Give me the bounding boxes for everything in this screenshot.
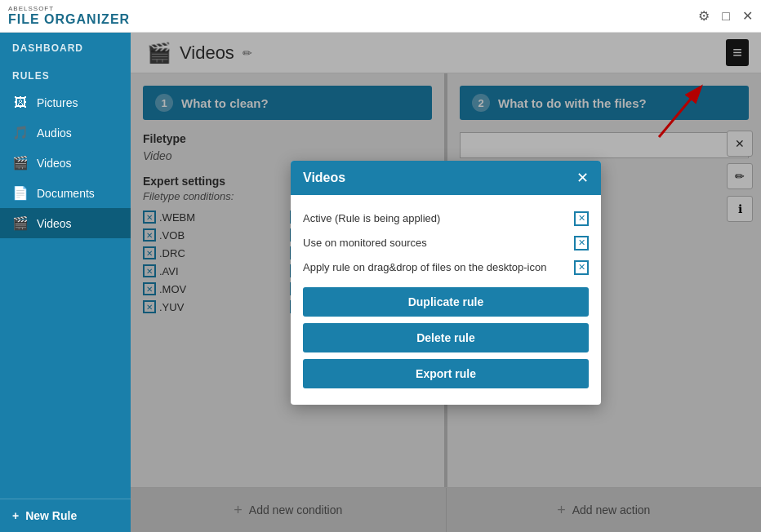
app-logo: ABELSSOFT FILE ORGANIZER — [8, 5, 130, 27]
sidebar-section-rules: RULES — [0, 60, 131, 88]
app-branding: ABELSSOFT FILE ORGANIZER — [8, 5, 130, 27]
settings-button[interactable]: ⚙ — [698, 8, 710, 24]
app-logo-bottom: FILE ORGANIZER — [8, 12, 130, 27]
export-rule-button[interactable]: Export rule — [303, 359, 589, 388]
sidebar-section-dashboard: DASHBOARD — [0, 33, 131, 60]
title-bar: ABELSSOFT FILE ORGANIZER ⚙ □ ✕ — [0, 0, 761, 33]
sidebar-item-audios[interactable]: 🎵 Audios — [0, 117, 131, 148]
sidebar-item-label-videos2: Videos — [37, 217, 72, 230]
sidebar-item-pictures[interactable]: 🖼 Pictures — [0, 88, 131, 117]
main-content: 🎬 Videos ✏ ≡ 1 Wha — [131, 33, 761, 532]
sidebar-item-label-audios: Audios — [37, 126, 72, 140]
modal-option-dragdrop: Apply rule on drag&drop of files on the … — [303, 260, 589, 275]
modal-overlay[interactable]: Videos ✕ Active (Rule is being applied) … — [131, 33, 761, 532]
new-rule-plus: + — [12, 509, 19, 522]
modal-checkbox-monitored[interactable]: ✕ — [574, 236, 589, 250]
modal-close-button[interactable]: ✕ — [576, 169, 589, 187]
sidebar: DASHBOARD RULES 🖼 Pictures 🎵 Audios 🎬 Vi… — [0, 33, 131, 532]
sidebar-bottom: + New Rule — [0, 499, 131, 532]
videos2-icon: 🎬 — [12, 215, 29, 231]
new-rule-label: New Rule — [25, 509, 77, 522]
title-bar-controls: ⚙ □ ✕ — [698, 8, 753, 24]
modal-title: Videos — [303, 171, 345, 185]
sidebar-item-videos[interactable]: 🎬 Videos — [0, 148, 131, 178]
close-button[interactable]: ✕ — [742, 8, 753, 24]
sidebar-item-label-documents: Documents — [37, 187, 95, 200]
modal-option-active-label: Active (Rule is being applied) — [303, 212, 440, 224]
modal-buttons: Duplicate rule Delete rule Export rule — [303, 287, 589, 388]
app-layout: DASHBOARD RULES 🖼 Pictures 🎵 Audios 🎬 Vi… — [0, 33, 761, 532]
new-rule-button[interactable]: + New Rule — [12, 509, 77, 522]
modal-option-active: Active (Rule is being applied) ✕ — [303, 211, 589, 226]
delete-rule-button[interactable]: Delete rule — [303, 323, 589, 352]
modal-header: Videos ✕ — [291, 161, 601, 195]
app-logo-top: ABELSSOFT — [8, 5, 130, 12]
sidebar-item-documents[interactable]: 📄 Documents — [0, 178, 131, 208]
maximize-button[interactable]: □ — [722, 9, 730, 24]
modal-body: Active (Rule is being applied) ✕ Use on … — [291, 195, 601, 405]
modal-option-dragdrop-label: Apply rule on drag&drop of files on the … — [303, 261, 546, 273]
modal-checkbox-dragdrop[interactable]: ✕ — [574, 260, 589, 275]
modal-option-monitored-label: Use on monitored sources — [303, 237, 427, 249]
videos-icon: 🎬 — [12, 155, 29, 171]
pictures-icon: 🖼 — [12, 95, 29, 110]
documents-icon: 📄 — [12, 185, 29, 201]
audios-icon: 🎵 — [12, 125, 29, 140]
modal-option-monitored: Use on monitored sources ✕ — [303, 236, 589, 250]
sidebar-item-label-pictures: Pictures — [37, 96, 78, 109]
modal-dialog: Videos ✕ Active (Rule is being applied) … — [291, 161, 601, 405]
sidebar-item-videos2[interactable]: 🎬 Videos — [0, 208, 131, 238]
duplicate-rule-button[interactable]: Duplicate rule — [303, 287, 589, 317]
sidebar-item-label-videos: Videos — [37, 157, 72, 170]
modal-checkbox-active[interactable]: ✕ — [574, 211, 589, 226]
